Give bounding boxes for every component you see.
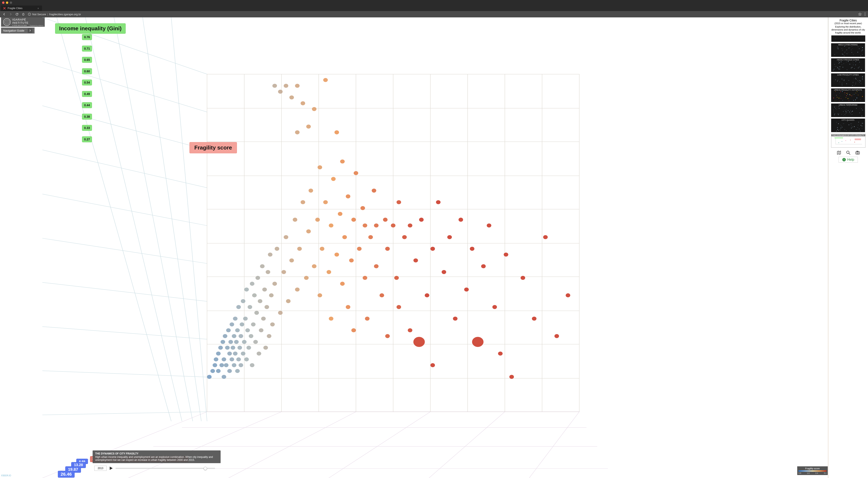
data-point[interactable]: [241, 352, 245, 356]
data-point[interactable]: [229, 357, 234, 361]
data-point[interactable]: [323, 78, 328, 82]
data-point[interactable]: [304, 276, 309, 280]
data-point[interactable]: [481, 264, 486, 268]
data-point[interactable]: [338, 212, 342, 216]
data-point[interactable]: [365, 317, 370, 321]
data-point[interactable]: [413, 337, 425, 347]
data-point[interactable]: [543, 235, 548, 239]
data-point[interactable]: [453, 317, 458, 321]
data-point[interactable]: [323, 200, 328, 204]
data-point[interactable]: [327, 270, 331, 274]
data-point[interactable]: [346, 195, 350, 199]
data-point[interactable]: [286, 299, 291, 303]
data-point[interactable]: [289, 95, 294, 99]
browser-tab[interactable]: Fragile Cities ×: [1, 5, 42, 11]
data-point[interactable]: [301, 101, 305, 105]
data-point[interactable]: [354, 171, 358, 175]
data-point[interactable]: [284, 84, 288, 88]
nav-home-icon[interactable]: [22, 12, 25, 16]
data-point[interactable]: [402, 235, 407, 239]
data-point[interactable]: [318, 293, 322, 297]
timeline-play-button[interactable]: [109, 466, 113, 471]
data-point[interactable]: [315, 217, 320, 221]
data-point[interactable]: [261, 317, 266, 321]
nav-reload-icon[interactable]: [15, 12, 19, 16]
story-card[interactable]: LOW FRAGILITY CITIES: [831, 73, 865, 87]
data-point[interactable]: [493, 305, 497, 309]
story-card[interactable]: URBAN FRAGILITY HOTSPOTS: [831, 88, 865, 102]
data-point[interactable]: [361, 206, 365, 210]
data-point[interactable]: [246, 346, 251, 350]
data-point[interactable]: [521, 276, 525, 280]
data-point[interactable]: [266, 270, 270, 274]
data-point[interactable]: [275, 247, 279, 251]
data-point[interactable]: [229, 322, 234, 326]
data-point[interactable]: [284, 235, 288, 239]
data-point[interactable]: [244, 288, 249, 292]
data-point[interactable]: [236, 305, 241, 309]
data-point[interactable]: [472, 337, 484, 347]
data-point[interactable]: [329, 223, 334, 228]
data-point[interactable]: [301, 200, 305, 204]
data-point[interactable]: [419, 217, 424, 221]
data-point[interactable]: [250, 363, 254, 367]
data-point[interactable]: [318, 165, 322, 169]
story-card[interactable]: HIGHLY FRAGILE CITIES: [831, 58, 865, 72]
data-point[interactable]: [374, 223, 379, 228]
data-point[interactable]: [259, 328, 264, 332]
data-point[interactable]: [331, 177, 336, 181]
data-point[interactable]: [260, 264, 265, 268]
navigation-guide-button[interactable]: Navigation Guide: [1, 28, 35, 33]
chart-stage[interactable]: Income inequality (Gini) Fragility score…: [42, 18, 830, 478]
data-point[interactable]: [566, 293, 570, 297]
data-point[interactable]: [236, 357, 241, 361]
data-point[interactable]: [226, 328, 231, 332]
help-button[interactable]: i Help: [839, 157, 858, 163]
data-point[interactable]: [342, 235, 347, 239]
data-point[interactable]: [248, 305, 252, 309]
data-point[interactable]: [295, 84, 300, 88]
data-point[interactable]: [470, 247, 474, 251]
data-point[interactable]: [329, 317, 334, 321]
data-point[interactable]: [309, 188, 313, 192]
data-point[interactable]: [262, 288, 267, 292]
data-point[interactable]: [255, 276, 260, 280]
data-point[interactable]: [235, 328, 240, 332]
data-point[interactable]: [225, 346, 230, 350]
data-point[interactable]: [397, 305, 401, 309]
data-point[interactable]: [233, 352, 238, 356]
data-point[interactable]: [372, 188, 376, 192]
data-point[interactable]: [253, 340, 258, 344]
data-point[interactable]: [265, 305, 269, 309]
data-point[interactable]: [442, 270, 446, 274]
data-point[interactable]: [334, 130, 339, 135]
data-point[interactable]: [244, 357, 249, 361]
data-point[interactable]: [349, 259, 354, 263]
data-point[interactable]: [295, 288, 300, 292]
tab-close-icon[interactable]: ×: [37, 7, 39, 10]
data-point[interactable]: [357, 247, 362, 251]
data-point[interactable]: [394, 276, 399, 280]
data-point[interactable]: [383, 217, 388, 221]
data-point[interactable]: [207, 375, 212, 379]
data-point[interactable]: [430, 247, 435, 251]
data-point[interactable]: [252, 293, 257, 297]
data-point[interactable]: [227, 352, 232, 356]
data-point[interactable]: [554, 334, 559, 338]
timeline-track[interactable]: [116, 468, 215, 469]
nav-forward-icon[interactable]: [9, 12, 12, 16]
data-point[interactable]: [374, 264, 379, 268]
data-point[interactable]: [447, 235, 452, 239]
bookmark-star-icon[interactable]: [858, 12, 862, 16]
data-point[interactable]: [272, 84, 277, 88]
data-point[interactable]: [243, 317, 248, 321]
data-point[interactable]: [239, 334, 243, 338]
data-point[interactable]: [258, 299, 262, 303]
data-point[interactable]: [232, 334, 237, 338]
data-point[interactable]: [227, 369, 232, 373]
camera-icon[interactable]: [855, 150, 860, 155]
data-point[interactable]: [264, 346, 268, 350]
data-point[interactable]: [532, 317, 536, 321]
data-point[interactable]: [224, 363, 229, 367]
chrome-menu-icon[interactable]: [865, 12, 865, 16]
